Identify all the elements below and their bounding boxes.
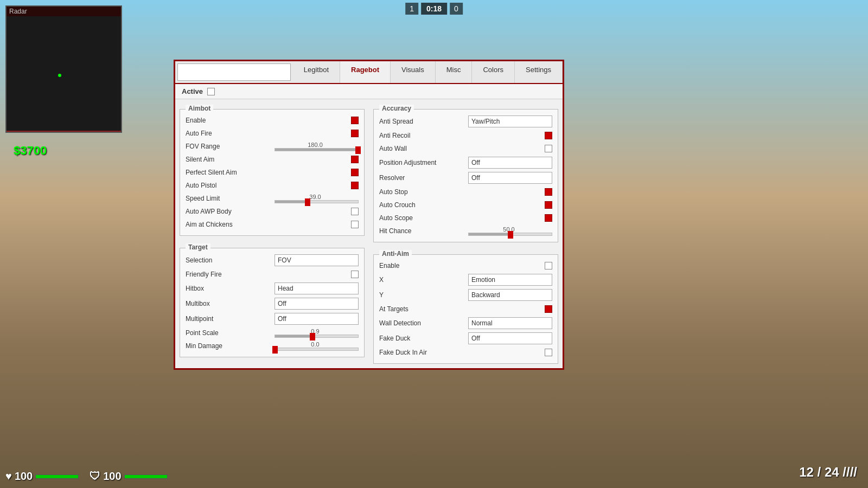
fake-duck-value: Off	[471, 335, 549, 342]
multipoint-dropdown[interactable]: Off	[275, 313, 359, 325]
timer: 0:18	[421, 3, 447, 15]
point-scale-slider[interactable]	[275, 335, 359, 338]
perfect-silent-aim-row: Perfect Silent Aim	[186, 166, 359, 179]
tab-ragebot[interactable]: Ragebot	[340, 61, 391, 83]
ammo-bars: ////	[843, 465, 857, 479]
search-input[interactable]	[177, 63, 291, 81]
x-value: Emotion	[471, 276, 549, 284]
x-dropdown[interactable]: Emotion	[468, 274, 552, 286]
aim-at-chickens-label: Aim at Chickens	[186, 221, 351, 228]
tab-colors[interactable]: Colors	[472, 61, 515, 83]
wall-detection-dropdown[interactable]: Normal	[468, 317, 552, 329]
multibox-label: Multibox	[186, 300, 275, 307]
anti-aim-enable-checkbox[interactable]	[545, 262, 552, 269]
multipoint-row: Multipoint Off	[186, 311, 359, 326]
auto-pistol-row: Auto Pistol	[186, 179, 359, 192]
tab-misc[interactable]: Misc	[436, 61, 473, 83]
multibox-value: Off	[278, 300, 355, 307]
selection-dropdown[interactable]: FOV	[275, 254, 359, 266]
hit-chance-label: Hit Chance	[379, 227, 465, 235]
radar-panel: Radar	[5, 5, 122, 133]
health-bar	[35, 474, 79, 479]
fov-range-thumb[interactable]	[355, 146, 361, 154]
fake-duck-dropdown[interactable]: Off	[468, 332, 552, 344]
silent-aim-label: Silent Aim	[186, 156, 351, 163]
active-checkbox[interactable]	[207, 88, 215, 95]
fake-duck-in-air-label: Fake Duck In Air	[379, 349, 545, 356]
tab-legitbot[interactable]: Legitbot	[293, 61, 340, 83]
speed-limit-slider[interactable]	[275, 200, 359, 203]
auto-awp-body-row: Auto AWP Body	[186, 205, 359, 218]
y-label: Y	[379, 291, 468, 299]
anti-aim-title: Anti-Aim	[379, 250, 412, 258]
fake-duck-row: Fake Duck Off	[379, 331, 552, 346]
auto-wall-row: Auto Wall	[379, 142, 552, 155]
friendly-fire-checkbox[interactable]	[351, 271, 359, 278]
selection-value: FOV	[278, 256, 355, 264]
auto-awp-body-checkbox[interactable]	[351, 208, 359, 215]
speed-limit-fill	[275, 201, 308, 203]
hit-chance-fill	[469, 233, 510, 235]
at-targets-label: At Targets	[379, 305, 545, 313]
at-targets-row: At Targets	[379, 303, 552, 316]
silent-aim-checkbox[interactable]	[351, 156, 359, 163]
auto-wall-checkbox[interactable]	[545, 145, 552, 152]
y-row: Y Backward	[379, 287, 552, 303]
fov-range-slider-container: 180.0	[272, 142, 359, 151]
active-row: Active	[175, 84, 563, 99]
point-scale-value: 0.9	[272, 328, 359, 335]
target-section: Target Selection FOV Friendly Fire Hitbo…	[180, 248, 365, 357]
score-t-value: 1	[410, 4, 414, 13]
multibox-dropdown[interactable]: Off	[275, 298, 359, 310]
y-dropdown[interactable]: Backward	[468, 289, 552, 301]
selection-row: Selection FOV	[186, 253, 359, 268]
auto-pistol-label: Auto Pistol	[186, 182, 351, 189]
point-scale-slider-container: 0.9	[272, 328, 359, 338]
aim-at-chickens-checkbox[interactable]	[351, 221, 359, 228]
fake-duck-in-air-row: Fake Duck In Air	[379, 346, 552, 359]
anti-aim-enable-label: Enable	[379, 262, 545, 269]
resolver-dropdown[interactable]: Off	[468, 172, 552, 184]
multipoint-label: Multipoint	[186, 315, 275, 323]
y-value: Backward	[471, 291, 549, 299]
score-t: 1	[405, 3, 418, 15]
fake-duck-in-air-checkbox[interactable]	[545, 349, 552, 356]
min-damage-thumb[interactable]	[272, 346, 278, 354]
tab-settings[interactable]: Settings	[515, 61, 563, 83]
speed-limit-value: 39.0	[272, 194, 359, 200]
at-targets-checkbox[interactable]	[545, 305, 552, 313]
enable-checkbox[interactable]	[351, 117, 359, 124]
radar-player-dot	[58, 74, 61, 77]
auto-stop-checkbox[interactable]	[545, 188, 552, 196]
accuracy-title: Accuracy	[379, 105, 414, 112]
auto-fire-checkbox[interactable]	[351, 130, 359, 137]
anti-spread-dropdown[interactable]: Yaw/Pitch	[468, 115, 552, 127]
health-value: 100	[15, 470, 33, 483]
hit-chance-thumb[interactable]	[508, 231, 513, 239]
radar-title: Radar	[7, 7, 121, 16]
anti-spread-row: Anti Spread Yaw/Pitch	[379, 114, 552, 129]
perfect-silent-aim-checkbox[interactable]	[351, 169, 359, 176]
auto-fire-label: Auto Fire	[186, 130, 351, 137]
min-damage-slider[interactable]	[275, 348, 359, 351]
point-scale-thumb[interactable]	[310, 333, 315, 341]
position-adjustment-row: Position Adjustment Off	[379, 155, 552, 170]
aim-at-chickens-row: Aim at Chickens	[186, 218, 359, 231]
auto-crouch-checkbox[interactable]	[545, 201, 552, 209]
wall-detection-row: Wall Detection Normal	[379, 316, 552, 331]
friendly-fire-row: Friendly Fire	[186, 268, 359, 281]
speed-limit-row: Speed Limit 39.0	[186, 192, 359, 205]
panel-body: Aimbot Enable Auto Fire FOV Range 180.0	[175, 99, 563, 368]
hitbox-dropdown[interactable]: Head	[275, 282, 359, 294]
position-adjustment-dropdown[interactable]: Off	[468, 157, 552, 169]
selection-label: Selection	[186, 256, 275, 264]
auto-scope-checkbox[interactable]	[545, 214, 552, 222]
fov-range-slider[interactable]	[275, 148, 359, 151]
hud-bottom: ♥ 100 🛡 100	[5, 470, 168, 483]
speed-limit-thumb[interactable]	[305, 198, 310, 206]
anti-recoil-checkbox[interactable]	[545, 132, 552, 139]
auto-pistol-checkbox[interactable]	[351, 182, 359, 189]
tab-visuals[interactable]: Visuals	[391, 61, 436, 83]
hit-chance-slider[interactable]	[468, 233, 552, 236]
accuracy-section: Accuracy Anti Spread Yaw/Pitch Anti Reco…	[373, 109, 558, 242]
